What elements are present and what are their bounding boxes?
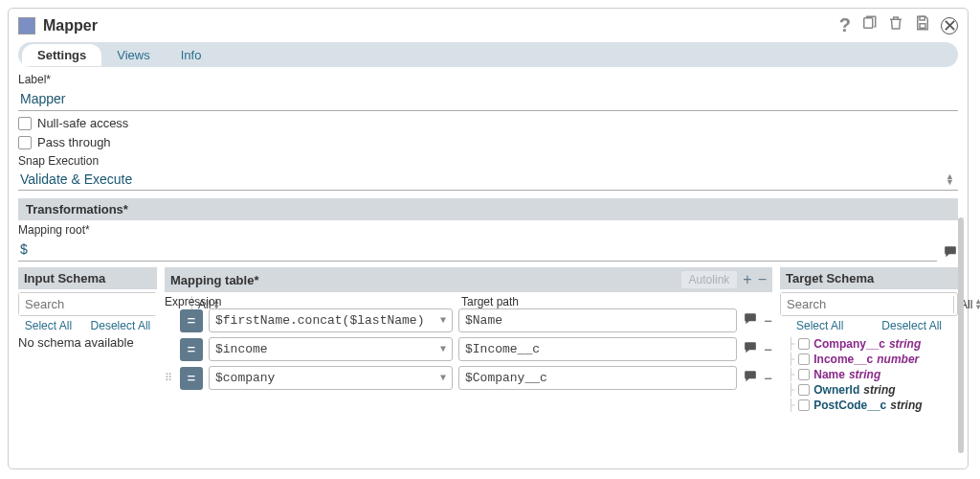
target-column-header: Target path	[461, 295, 772, 308]
expression-column-header: Expression	[165, 295, 452, 308]
target-select-all[interactable]: Select All	[796, 319, 843, 332]
target-deselect-all[interactable]: Deselect All	[881, 319, 942, 332]
close-icon[interactable]: ✕	[941, 17, 958, 34]
remove-row-button[interactable]: −	[758, 271, 767, 288]
input-select-all[interactable]: Select All	[25, 319, 72, 332]
stepper-icon: ▲▼	[974, 299, 980, 310]
expression-toggle[interactable]: =	[180, 367, 203, 390]
schema-tree-item[interactable]: ├Company__c string	[780, 337, 958, 351]
input-schema-panel: Input Schema All ▲▼ Select All Deselect …	[18, 267, 157, 350]
snap-type-icon	[18, 17, 35, 34]
remove-row-icon[interactable]: −	[764, 341, 772, 357]
schema-item-name: Company__c	[813, 337, 885, 351]
expression-toggle[interactable]: =	[180, 309, 203, 332]
schema-item-name: Income__c	[813, 353, 873, 366]
target-path-input[interactable]: $Company__c	[458, 366, 737, 390]
snap-execution-label: Snap Execution	[18, 154, 958, 168]
null-safe-checkbox[interactable]	[18, 117, 32, 130]
svg-rect-2	[920, 24, 925, 29]
target-path-input[interactable]: $Income__c	[458, 337, 737, 361]
drag-handle-icon[interactable]	[165, 315, 174, 327]
chevron-down-icon[interactable]: ▼	[440, 315, 446, 326]
tab-settings[interactable]: Settings	[22, 44, 101, 66]
drag-handle-icon[interactable]	[165, 344, 174, 355]
comment-icon[interactable]	[743, 341, 758, 357]
target-schema-search[interactable]	[781, 293, 953, 315]
input-deselect-all[interactable]: Deselect All	[91, 319, 151, 332]
label-input[interactable]	[18, 87, 958, 111]
remove-row-icon[interactable]: −	[764, 370, 772, 386]
autolink-button[interactable]: Autolink	[681, 271, 738, 288]
add-row-button[interactable]: +	[743, 271, 751, 288]
mapper-dialog: Mapper ? ✕ Settings Views Info Label* Nu…	[8, 8, 969, 469]
comment-icon[interactable]	[943, 245, 958, 262]
schema-tree-item[interactable]: ├Income__c number	[780, 353, 958, 366]
expression-input[interactable]: $company▼	[209, 366, 453, 390]
schema-item-name: OwnerId	[813, 383, 859, 397]
mapping-root-input[interactable]	[18, 238, 937, 262]
chevron-down-icon[interactable]: ▼	[440, 373, 446, 383]
svg-rect-1	[920, 16, 924, 20]
input-schema-header: Input Schema	[18, 267, 157, 289]
remove-row-icon[interactable]: −	[764, 312, 772, 329]
schema-tree-item[interactable]: ├Name string	[780, 368, 958, 381]
tab-views[interactable]: Views	[101, 44, 165, 66]
target-schema-header: Target Schema	[780, 267, 958, 289]
comment-icon[interactable]	[743, 312, 758, 329]
schema-item-checkbox[interactable]	[798, 354, 810, 365]
help-icon[interactable]: ?	[839, 14, 851, 36]
expression-input[interactable]: $firstName.concat($lastName)▼	[209, 308, 453, 332]
scrollbar[interactable]	[958, 217, 964, 453]
schema-item-checkbox[interactable]	[798, 369, 810, 380]
title-bar: Mapper ? ✕	[18, 14, 958, 36]
mapping-table-header: Mapping table* Autolink + −	[165, 267, 772, 292]
drag-handle-icon[interactable]: ⠿	[165, 372, 174, 384]
null-safe-label: Null-safe access	[37, 116, 128, 130]
select-stepper-icon[interactable]: ▲▼	[946, 173, 958, 185]
chevron-down-icon[interactable]: ▼	[440, 344, 446, 354]
schema-item-type: string	[890, 399, 922, 412]
schema-item-checkbox[interactable]	[798, 338, 810, 350]
svg-rect-0	[864, 18, 873, 29]
label-field-label: Label*	[18, 73, 958, 86]
mapping-table-panel: Mapping table* Autolink + − Expression T…	[165, 267, 772, 395]
mapping-root-label: Mapping root*	[18, 223, 958, 237]
target-path-input[interactable]: $Name	[458, 308, 737, 332]
trash-icon[interactable]	[887, 14, 904, 36]
schema-item-name: Name	[813, 368, 845, 381]
expression-toggle[interactable]: =	[180, 338, 203, 361]
pass-through-label: Pass through	[37, 135, 111, 149]
schema-item-type: string	[849, 368, 880, 381]
schema-tree-item[interactable]: ├OwnerId string	[780, 383, 958, 397]
schema-item-type: string	[889, 337, 921, 351]
schema-item-checkbox[interactable]	[798, 384, 810, 396]
target-schema-panel: Target Schema All ▲▼ Select All Deselect…	[780, 267, 958, 414]
comment-icon[interactable]	[743, 370, 758, 386]
tab-info[interactable]: Info	[166, 44, 217, 66]
mapping-row: =$income▼$Income__c−	[165, 337, 772, 361]
dialog-title: Mapper	[43, 17, 98, 34]
input-schema-empty: No schema available	[18, 335, 157, 350]
mapping-row: ⠿=$company▼$Company__c−	[165, 366, 772, 390]
schema-item-name: PostCode__c	[813, 399, 886, 412]
pass-through-checkbox[interactable]	[18, 136, 32, 149]
schema-item-type: string	[863, 383, 895, 397]
expression-input[interactable]: $income▼	[209, 337, 453, 361]
tab-bar: Settings Views Info	[18, 42, 958, 67]
snap-execution-select[interactable]: Validate & Execute ▲▼	[18, 169, 958, 191]
schema-item-checkbox[interactable]	[798, 399, 810, 411]
schema-item-type: number	[877, 353, 919, 366]
save-icon[interactable]	[914, 14, 931, 36]
transformations-header: Transformations*	[18, 198, 958, 220]
mapping-row: =$firstName.concat($lastName)▼$Name−	[165, 308, 772, 332]
schema-tree-item[interactable]: ├PostCode__c string	[780, 399, 958, 412]
copy-icon[interactable]	[860, 14, 878, 36]
